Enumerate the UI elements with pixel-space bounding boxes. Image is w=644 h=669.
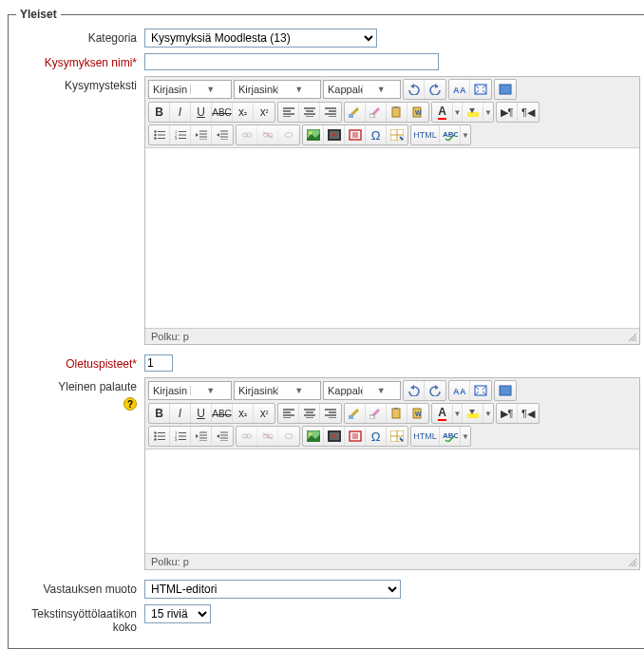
- paste-plain-button[interactable]: [387, 404, 407, 423]
- font-size-select[interactable]: Kirjasinkoko▼: [234, 80, 321, 99]
- remove-format-button[interactable]: [366, 103, 387, 122]
- text-color-menu-button[interactable]: ▼: [453, 103, 463, 122]
- html-source-button[interactable]: HTML: [411, 427, 440, 446]
- svg-point-13: [154, 137, 156, 139]
- general-fieldset: Yleiset Kategoria Kysymyksiä Moodlesta (…: [8, 8, 644, 649]
- ltr-button[interactable]: ▶¶: [497, 404, 518, 423]
- table-button[interactable]: [387, 427, 407, 446]
- image-button[interactable]: [303, 125, 324, 144]
- unlink-button[interactable]: [257, 427, 278, 446]
- font-family-select[interactable]: Kirjasin▼: [148, 381, 232, 400]
- align-center-button[interactable]: [299, 404, 320, 423]
- table-button[interactable]: [387, 125, 407, 144]
- fullscreen-button[interactable]: [495, 381, 516, 400]
- text-color-menu-button[interactable]: ▼: [453, 404, 463, 423]
- bold-button[interactable]: B: [149, 404, 170, 423]
- nonbreaking-button[interactable]: [345, 125, 366, 144]
- block-format-select[interactable]: Kappale▼: [323, 80, 401, 99]
- paste-word-button[interactable]: W: [407, 404, 428, 423]
- row-input-box-size: Tekstinsyöttölaatikon koko 15 riviä: [16, 604, 640, 635]
- find-replace-button[interactable]: AA: [449, 381, 470, 400]
- resize-handle-icon[interactable]: [628, 333, 637, 342]
- editor-content-area[interactable]: [145, 449, 639, 553]
- bg-color-menu-button[interactable]: ▼: [483, 103, 493, 122]
- bg-color-button[interactable]: [463, 103, 483, 122]
- text-color-button[interactable]: A: [432, 404, 453, 423]
- question-name-input[interactable]: [144, 53, 439, 70]
- undo-button[interactable]: [404, 80, 425, 99]
- spellcheck-button[interactable]: ABC: [440, 125, 461, 144]
- image-button[interactable]: [303, 427, 324, 446]
- resize-handle-icon[interactable]: [628, 558, 637, 567]
- paste-plain-button[interactable]: [387, 103, 407, 122]
- align-right-button[interactable]: [320, 103, 341, 122]
- special-char-button[interactable]: Ω: [366, 125, 387, 144]
- italic-button[interactable]: I: [170, 103, 191, 122]
- remove-format-button[interactable]: [366, 404, 387, 423]
- media-button[interactable]: [324, 125, 345, 144]
- font-family-select[interactable]: Kirjasin▼: [148, 80, 232, 99]
- superscript-button[interactable]: x²: [254, 103, 275, 122]
- link-button[interactable]: [237, 125, 257, 144]
- fullscreen-button[interactable]: [495, 80, 516, 99]
- number-list-button[interactable]: 123: [170, 427, 191, 446]
- clean-code-button[interactable]: [345, 103, 366, 122]
- bold-button[interactable]: B: [149, 103, 170, 122]
- media-button[interactable]: [324, 427, 345, 446]
- clean-code-button[interactable]: [345, 404, 366, 423]
- help-icon[interactable]: ?: [123, 397, 137, 411]
- align-right-button[interactable]: [320, 404, 341, 423]
- bullet-list-button[interactable]: [149, 427, 170, 446]
- unlink-button[interactable]: [257, 125, 278, 144]
- text-color-button[interactable]: A: [432, 103, 453, 122]
- answer-format-select[interactable]: HTML-editori: [144, 580, 401, 599]
- input-box-size-select[interactable]: 15 riviä: [144, 604, 211, 623]
- underline-button[interactable]: U: [191, 103, 212, 122]
- align-left-button[interactable]: [278, 103, 299, 122]
- svg-rect-33: [349, 415, 353, 419]
- bullet-list-button[interactable]: [149, 125, 170, 144]
- outdent-button[interactable]: [191, 125, 212, 144]
- align-center-button[interactable]: [299, 103, 320, 122]
- special-char-button[interactable]: Ω: [366, 427, 387, 446]
- redo-button[interactable]: [425, 381, 445, 400]
- find-replace-button[interactable]: AA: [449, 80, 470, 99]
- indent-button[interactable]: [212, 427, 233, 446]
- block-format-select[interactable]: Kappale▼: [323, 381, 401, 400]
- html-source-button[interactable]: HTML: [411, 125, 440, 144]
- spellcheck-button[interactable]: ABC: [440, 427, 461, 446]
- toggle-fullscreen-button[interactable]: [470, 80, 491, 99]
- spellcheck-menu-button[interactable]: ▼: [461, 427, 470, 446]
- bg-color-menu-button[interactable]: ▼: [483, 404, 493, 423]
- undo-button[interactable]: [404, 381, 425, 400]
- strikethrough-button[interactable]: ABC: [212, 404, 233, 423]
- subscript-button[interactable]: x₂: [233, 103, 254, 122]
- category-select[interactable]: Kysymyksiä Moodlesta (13): [144, 29, 377, 48]
- bg-color-button[interactable]: [463, 404, 483, 423]
- ltr-button[interactable]: ▶¶: [497, 103, 518, 122]
- label-default-points: Oletuspisteet*: [16, 354, 144, 371]
- italic-button[interactable]: I: [170, 404, 191, 423]
- number-list-button[interactable]: 123: [170, 125, 191, 144]
- font-size-select[interactable]: Kirjasinkoko▼: [234, 381, 321, 400]
- redo-button[interactable]: [425, 80, 445, 99]
- rtl-button[interactable]: ¶◀: [518, 103, 539, 122]
- indent-button[interactable]: [212, 125, 233, 144]
- spellcheck-menu-button[interactable]: ▼: [461, 125, 470, 144]
- svg-point-21: [285, 133, 293, 138]
- default-points-input[interactable]: [144, 354, 173, 372]
- strikethrough-button[interactable]: ABC: [212, 103, 233, 122]
- outdent-button[interactable]: [191, 427, 212, 446]
- link-button[interactable]: [237, 427, 257, 446]
- nonbreaking-button[interactable]: [345, 427, 366, 446]
- align-left-button[interactable]: [278, 404, 299, 423]
- superscript-button[interactable]: x²: [254, 404, 275, 423]
- rtl-button[interactable]: ¶◀: [518, 404, 539, 423]
- toggle-fullscreen-button[interactable]: [470, 381, 491, 400]
- anchor-button[interactable]: [278, 427, 299, 446]
- subscript-button[interactable]: x₂: [233, 404, 254, 423]
- anchor-button[interactable]: [278, 125, 299, 144]
- underline-button[interactable]: U: [191, 404, 212, 423]
- editor-content-area[interactable]: [145, 147, 639, 328]
- paste-word-button[interactable]: W: [407, 103, 428, 122]
